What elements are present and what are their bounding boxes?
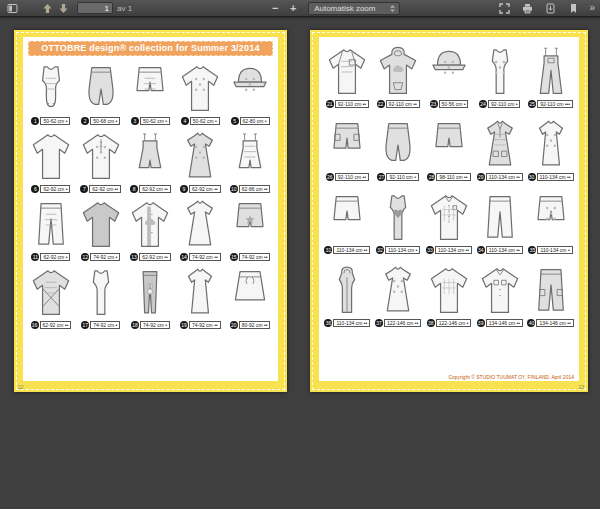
design-number-badge: 12 bbox=[81, 253, 89, 261]
garment-tee-drawing bbox=[28, 128, 74, 186]
size-label: 74-92 cm •• bbox=[239, 253, 271, 261]
design-number-badge: 3 bbox=[131, 117, 139, 125]
pdf-toolbar: av 1 − + Automatisk zoom bbox=[0, 0, 600, 17]
design-number-badge: 4 bbox=[181, 117, 189, 125]
next-page-button[interactable] bbox=[56, 1, 70, 15]
size-tag: 350-62 cm • bbox=[131, 117, 170, 125]
design-number-badge: 17 bbox=[81, 321, 89, 329]
size-label: 74-92 cm •• bbox=[189, 253, 221, 261]
garment-item: 33110-134 cm •• bbox=[424, 189, 475, 254]
size-tag: 2080-92 cm •• bbox=[230, 321, 271, 329]
page-number-input[interactable] bbox=[77, 2, 113, 14]
size-tag: 450-62 cm • bbox=[181, 117, 220, 125]
size-tag: 1362-92 cm •• bbox=[130, 253, 171, 261]
garment-tank-drawing bbox=[375, 189, 421, 247]
garment-jacket-drawing bbox=[127, 196, 173, 254]
garment-item: 39134-146 cm •• bbox=[474, 262, 525, 327]
size-tag: 39134-146 cm •• bbox=[477, 319, 523, 327]
size-tag: 40134-146 cm •• bbox=[527, 319, 573, 327]
size-label: 92-110 cm •• bbox=[335, 173, 369, 181]
size-tag: 2292-110 cm •• bbox=[377, 100, 420, 108]
garment-tunic-drawing bbox=[177, 264, 223, 322]
garment-item: 350-62 cm • bbox=[126, 60, 176, 125]
garment-item: 2192-110 cm •• bbox=[322, 43, 373, 108]
garment-item: 38122-146 cm • bbox=[424, 262, 475, 327]
size-tag: 2350-56 cm • bbox=[430, 100, 469, 108]
size-tag: 34110-134 cm •• bbox=[477, 246, 523, 254]
design-number-badge: 6 bbox=[31, 185, 39, 193]
size-tag: 32110-134 cm • bbox=[376, 246, 420, 254]
garment-item: 1574-92 cm •• bbox=[225, 196, 275, 261]
size-tag: 1162-92 cm • bbox=[31, 253, 70, 261]
size-label: 62-92 cm •• bbox=[40, 321, 72, 329]
printer-icon bbox=[522, 3, 533, 14]
garment-cargopants-drawing bbox=[528, 262, 574, 320]
zoom-out-button[interactable]: − bbox=[268, 1, 282, 15]
previous-page-button[interactable] bbox=[40, 1, 54, 15]
size-tag: 562-80 cm • bbox=[231, 117, 270, 125]
design-number-badge: 19 bbox=[180, 321, 188, 329]
size-label: 50-62 cm • bbox=[140, 117, 170, 125]
design-number-badge: 20 bbox=[230, 321, 238, 329]
presentation-mode-button[interactable] bbox=[497, 1, 511, 15]
design-number-badge: 7 bbox=[80, 185, 88, 193]
download-icon bbox=[545, 3, 556, 14]
sidebar-icon bbox=[7, 3, 18, 14]
size-label: 50-62 cm • bbox=[190, 117, 220, 125]
garment-item: 962-92 cm •• bbox=[175, 128, 225, 193]
size-tag: 862-92 cm •• bbox=[130, 185, 171, 193]
size-label: 110-134 cm •• bbox=[435, 246, 472, 254]
garment-pants-drawing bbox=[28, 196, 74, 254]
zoom-level-select[interactable]: Automatisk zoom bbox=[308, 2, 400, 15]
size-tag: 1662-92 cm •• bbox=[31, 321, 72, 329]
garment-henley-drawing bbox=[78, 128, 124, 186]
garment-hat-drawing bbox=[227, 60, 273, 118]
garment-item: 1362-92 cm •• bbox=[126, 196, 176, 261]
bookmark-icon bbox=[568, 3, 579, 14]
bookmark-button[interactable] bbox=[566, 1, 580, 15]
garment-item: 1062-86 cm •• bbox=[225, 128, 275, 193]
size-tag: 37122-146 cm •• bbox=[375, 319, 421, 327]
garment-item: 1874-92 cm • bbox=[126, 264, 176, 329]
design-number-badge: 5 bbox=[231, 117, 239, 125]
garment-item: 2492-110 cm • bbox=[474, 43, 525, 108]
size-label: 62-86 cm •• bbox=[239, 185, 271, 193]
garment-item: 1774-92 cm • bbox=[76, 264, 126, 329]
design-number-badge: 28 bbox=[427, 173, 435, 181]
design-number-badge: 34 bbox=[477, 246, 485, 254]
size-tag: 31110-134 cm •• bbox=[324, 246, 370, 254]
size-label: 92-110 cm •• bbox=[335, 100, 369, 108]
design-number-badge: 29 bbox=[477, 173, 485, 181]
sidebar-toggle-button[interactable] bbox=[5, 1, 19, 15]
size-tag: 2592-110 cm ••• bbox=[528, 100, 573, 108]
design-number-badge: 36 bbox=[324, 319, 332, 327]
size-tag: 1062-86 cm •• bbox=[230, 185, 271, 193]
zoom-in-button[interactable]: + bbox=[286, 1, 300, 15]
garment-item: 562-80 cm • bbox=[225, 60, 275, 125]
garment-tunic-drawing bbox=[528, 116, 574, 174]
garment-shirt-drawing bbox=[426, 189, 472, 247]
size-label: 62-92 cm •• bbox=[139, 253, 171, 261]
print-button[interactable] bbox=[520, 1, 534, 15]
size-label: 74-92 cm •• bbox=[189, 321, 221, 329]
zoom-level-value: Automatisk zoom bbox=[314, 4, 375, 13]
pdf-viewport[interactable]: OTTOBRE design® collection for Summer 3/… bbox=[0, 18, 600, 509]
size-label: 80-92 cm •• bbox=[239, 321, 271, 329]
size-tag: 33110-134 cm •• bbox=[426, 246, 472, 254]
size-tag: 150-62 cm • bbox=[31, 117, 70, 125]
more-tools-button[interactable]: » bbox=[589, 2, 595, 14]
design-number-badge: 2 bbox=[81, 117, 89, 125]
download-button[interactable] bbox=[543, 1, 557, 15]
garment-item: 40134-146 cm •• bbox=[525, 262, 576, 327]
garment-item: 35110-134 cm • bbox=[525, 189, 576, 254]
size-label: 110-134 cm • bbox=[537, 246, 572, 254]
design-number-badge: 25 bbox=[528, 100, 536, 108]
page-number-left: 22 bbox=[18, 384, 24, 390]
design-number-badge: 9 bbox=[180, 185, 188, 193]
garment-item: 1662-92 cm •• bbox=[26, 264, 76, 329]
arrow-down-icon bbox=[58, 3, 69, 14]
garment-item: 37122-146 cm •• bbox=[373, 262, 424, 327]
size-tag: 250-68 cm • bbox=[81, 117, 120, 125]
size-tag: 30110-134 cm •• bbox=[528, 173, 574, 181]
design-number-badge: 30 bbox=[528, 173, 536, 181]
